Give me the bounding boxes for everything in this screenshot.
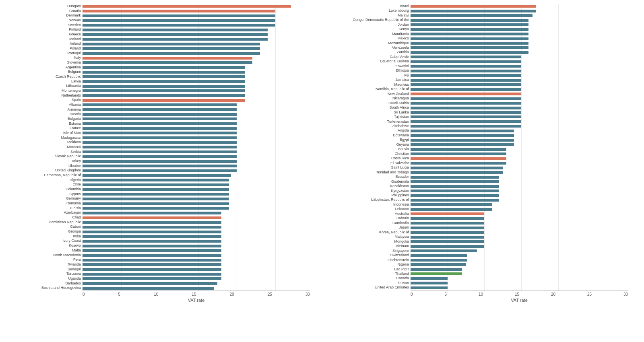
bar-row <box>411 212 632 215</box>
bar-row <box>83 240 314 243</box>
bar-row <box>83 103 314 106</box>
bar-row <box>83 10 314 12</box>
bar <box>411 42 528 45</box>
bar-row <box>83 282 314 285</box>
bar-row <box>83 193 314 196</box>
bar-row <box>83 57 314 60</box>
bar-row <box>411 102 632 105</box>
country-label: Armenia <box>4 108 81 112</box>
bar <box>411 254 467 257</box>
bar <box>83 155 237 158</box>
country-label: Uzbekistan, Republic of <box>322 198 409 202</box>
country-label: Montenegro <box>4 89 81 93</box>
country-label: Hungary <box>4 4 81 8</box>
bar-row <box>411 254 632 257</box>
bar <box>411 231 484 234</box>
bar <box>83 71 245 74</box>
bar-row <box>411 167 632 169</box>
bar-row <box>411 245 632 248</box>
bar <box>411 208 492 211</box>
country-label: Zambia <box>322 50 409 54</box>
country-label: Liechtenstein <box>322 258 409 262</box>
bar <box>411 203 492 206</box>
country-label: Ivory Coast <box>4 239 81 243</box>
bar-row <box>83 108 314 111</box>
bar <box>83 207 229 210</box>
bar <box>411 171 503 174</box>
country-label: Austria <box>4 112 81 116</box>
bar <box>411 139 514 142</box>
bar <box>411 14 533 17</box>
country-label: Lithuania <box>4 84 81 88</box>
bar-row <box>83 24 314 27</box>
bar <box>83 57 252 60</box>
bar <box>411 212 484 215</box>
bar <box>83 108 237 111</box>
bar <box>83 277 221 280</box>
bar <box>411 217 484 220</box>
country-label: Vietnam <box>322 244 409 248</box>
country-label: Thailand <box>322 272 409 276</box>
country-label: Rwanda <box>4 263 81 267</box>
bar <box>411 277 448 280</box>
bar-row <box>411 28 632 31</box>
bar <box>83 231 221 233</box>
country-label: Slovenia <box>4 61 81 65</box>
bar <box>411 111 521 114</box>
country-label: Christian <box>322 152 409 156</box>
bar <box>83 75 245 78</box>
country-label: Azerbaijan <box>4 211 81 215</box>
bar <box>83 113 237 116</box>
bar <box>411 167 503 169</box>
bar <box>411 46 528 49</box>
country-label: South Africa <box>322 106 409 110</box>
bar-row <box>83 132 314 134</box>
country-label: Lebanon <box>322 207 409 211</box>
bar <box>83 136 237 139</box>
bar <box>83 287 214 290</box>
country-label: Turkmenistan <box>322 120 409 124</box>
bar-row <box>83 235 314 238</box>
bar-row <box>411 56 632 58</box>
country-label: Uganda <box>4 277 81 281</box>
bar <box>83 146 237 148</box>
bar <box>411 227 484 229</box>
bar <box>411 222 484 225</box>
country-label: Estonia <box>4 122 81 126</box>
bar-row <box>411 259 632 262</box>
bar <box>411 70 521 72</box>
country-label: El Salvador <box>322 161 409 165</box>
bar <box>83 85 245 88</box>
bar-row <box>83 66 314 69</box>
country-label: Zimbabwe <box>322 124 409 128</box>
country-label: Nigeria <box>322 263 409 267</box>
country-label: Mauritania <box>322 32 409 36</box>
bar <box>411 33 528 35</box>
country-label: Chad <box>4 216 81 220</box>
x-tick: 5 <box>444 292 447 297</box>
bar-row <box>83 150 314 153</box>
bar <box>411 5 536 8</box>
bar-row <box>411 5 632 8</box>
bar-row <box>411 208 632 211</box>
country-label: Saint Lucia <box>322 166 409 170</box>
country-label: Bolivia <box>322 147 409 151</box>
bar-row <box>411 171 632 174</box>
bar <box>83 127 237 130</box>
bar <box>83 99 245 102</box>
bar <box>83 174 231 177</box>
country-label: Gabon <box>4 225 81 229</box>
bar <box>83 29 268 31</box>
bar <box>83 141 237 144</box>
country-label: Kazakhstan <box>322 184 409 188</box>
country-label: Trinidad and Tobago <box>322 171 409 175</box>
country-label: Poland <box>4 47 81 51</box>
bar <box>411 134 514 137</box>
country-label: Bulgaria <box>4 117 81 121</box>
bar <box>83 19 275 22</box>
bar-row <box>83 202 314 205</box>
bar-row <box>411 70 632 72</box>
bar <box>411 79 521 82</box>
x-tick: 0 <box>83 292 85 297</box>
bar <box>411 286 448 289</box>
